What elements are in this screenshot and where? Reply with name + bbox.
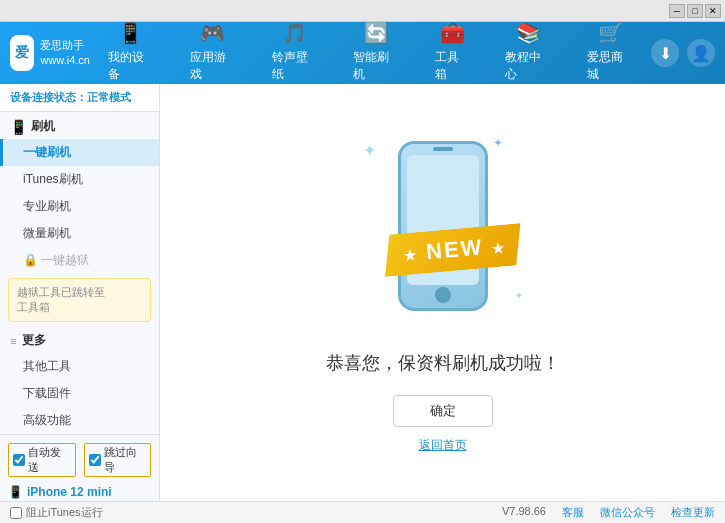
wechat-link[interactable]: 微信公众号 [600,505,655,520]
sidebar-bottom: 自动发送 跳过向导 📱 iPhone 12 mini 64GB Down-12m… [0,434,159,501]
checkbox-row: 自动发送 跳过向导 [8,443,151,477]
sparkle-1-icon: ✦ [363,141,376,160]
auto-send-checkbox-container: 自动发送 [8,443,76,477]
success-message: 恭喜您，保资料刷机成功啦！ [326,351,560,375]
device-storage: 64GB [8,499,151,501]
sidebar: 设备连接状态：正常模式 📱 刷机 一键刷机 iTunes刷机 专业刷机 微量刷机… [0,84,160,501]
sidebar-item-other-tools[interactable]: 其他工具 [0,353,159,380]
nav-app-store[interactable]: 🛒 爱思商城 [569,13,651,94]
stop-itunes-checkbox[interactable] [10,507,22,519]
nav-toolbox[interactable]: 🧰 工具箱 [417,13,487,94]
sidebar-item-download-firmware[interactable]: 下载固件 [0,380,159,407]
minimize-button[interactable]: ─ [669,4,685,18]
logo-icon: 爱 [10,35,34,71]
logo-area: 爱 爱思助手 www.i4.cn [10,35,90,71]
back-link[interactable]: 返回首页 [419,437,467,454]
main-layout: 设备连接状态：正常模式 📱 刷机 一键刷机 iTunes刷机 专业刷机 微量刷机… [0,84,725,501]
device-phone-icon: 📱 [8,485,23,499]
bottom-bar: 阻止iTunes运行 V7.98.66 客服 微信公众号 检查更新 [0,501,725,523]
more-section-header: ≡ 更多 [0,326,159,353]
device-info: 📱 iPhone 12 mini 64GB Down-12mini-13,1 [8,481,151,501]
sidebar-notice: 越狱工具已跳转至 工具箱 [8,278,151,322]
sidebar-item-jailbreak: 🔒 一键越狱 [0,247,159,274]
sidebar-item-pro-flash[interactable]: 专业刷机 [0,193,159,220]
user-button[interactable]: 👤 [687,39,715,67]
sparkle-2-icon: ✦ [493,136,503,150]
header: 爱 爱思助手 www.i4.cn 📱 我的设备 🎮 应用游戏 🎵 铃声壁纸 🔄 … [0,22,725,84]
header-right: ⬇ 👤 [651,39,715,67]
status-bar: 设备连接状态：正常模式 [0,84,159,112]
sidebar-item-advanced[interactable]: 高级功能 [0,407,159,434]
sidebar-item-one-click-flash[interactable]: 一键刷机 [0,139,159,166]
bottom-bar-right: V7.98.66 客服 微信公众号 检查更新 [502,505,715,520]
check-update-link[interactable]: 检查更新 [671,505,715,520]
nav-apps-games[interactable]: 🎮 应用游戏 [172,13,254,94]
bottom-bar-left: 阻止iTunes运行 [10,505,103,520]
sidebar-item-micro-flash[interactable]: 微量刷机 [0,220,159,247]
flash-icon: 📱 [10,119,27,135]
content-area: ✦ ✦ ✦ ★ NEW ★ 恭喜您，保资料刷机成功啦！ 确定 返回首页 [160,84,725,501]
maximize-button[interactable]: □ [687,4,703,18]
skip-wizard-checkbox-container: 跳过向导 [84,443,152,477]
tutorial-icon: 📚 [516,21,541,45]
smart-store-icon: 🔄 [364,21,389,45]
skip-wizard-checkbox[interactable] [89,454,101,466]
device-name: 📱 iPhone 12 mini [8,485,151,499]
nav-items: 📱 我的设备 🎮 应用游戏 🎵 铃声壁纸 🔄 智能刷机 🧰 工具箱 📚 教程中心… [90,13,651,94]
nav-my-device[interactable]: 📱 我的设备 [90,13,172,94]
nav-tutorial[interactable]: 📚 教程中心 [487,13,569,94]
flash-section-header: 📱 刷机 [0,112,159,139]
nav-ringtones[interactable]: 🎵 铃声壁纸 [254,13,336,94]
sidebar-item-itunes-flash[interactable]: iTunes刷机 [0,166,159,193]
auto-send-checkbox[interactable] [13,454,25,466]
logo-text: 爱思助手 www.i4.cn [40,38,90,69]
phone-illustration: ✦ ✦ ✦ ★ NEW ★ [353,131,533,331]
close-button[interactable]: ✕ [705,4,721,18]
confirm-button[interactable]: 确定 [393,395,493,427]
window-controls: ─ □ ✕ [669,4,721,18]
my-device-icon: 📱 [118,21,143,45]
ringtones-icon: 🎵 [282,21,307,45]
download-button[interactable]: ⬇ [651,39,679,67]
nav-smart-store[interactable]: 🔄 智能刷机 [335,13,417,94]
apps-games-icon: 🎮 [200,21,225,45]
app-store-icon: 🛒 [598,21,623,45]
sparkle-3-icon: ✦ [515,290,523,301]
customer-service-link[interactable]: 客服 [562,505,584,520]
toolbox-icon: 🧰 [440,21,465,45]
